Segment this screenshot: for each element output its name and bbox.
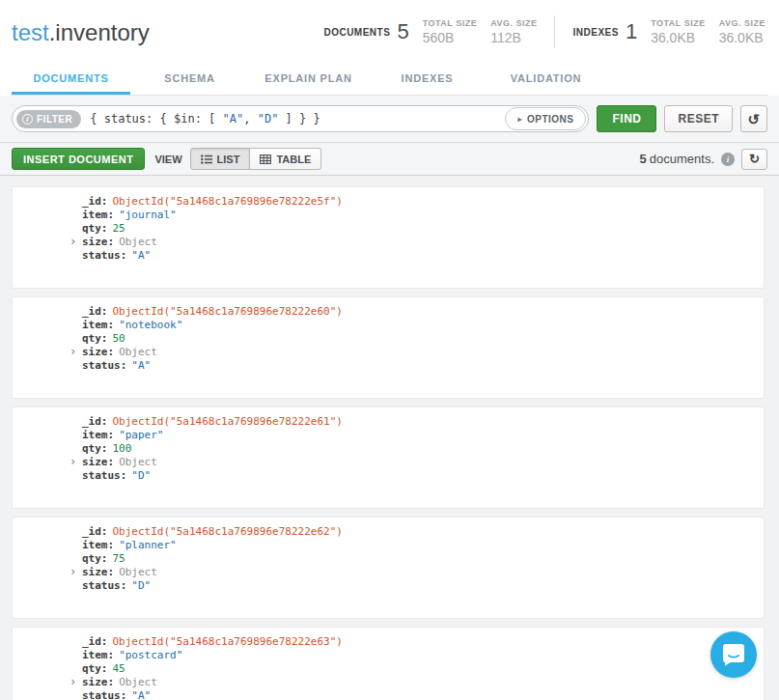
options-button[interactable]: ▸ OPTIONS	[505, 107, 586, 130]
field-item: item:"journal"	[13, 209, 764, 222]
insert-document-button[interactable]: INSERT DOCUMENT	[12, 148, 145, 170]
field-status: status:"D"	[13, 469, 764, 483]
filter-pill[interactable]: i FILTER	[16, 110, 81, 128]
field-status: status:"A"	[13, 359, 764, 373]
collection-tabs: DOCUMENTS SCHEMA EXPLAIN PLAN INDEXES VA…	[12, 64, 767, 96]
doc-total-size-value: 560B	[423, 30, 478, 45]
field-size: ›size:Object	[13, 236, 764, 249]
field-item: item:"postcard"	[13, 649, 764, 662]
document-card[interactable]: _id:ObjectId("5a1468c1a769896e78222e60")…	[12, 296, 765, 399]
reset-button[interactable]: RESET	[664, 105, 733, 132]
field-status: status:"A"	[13, 249, 764, 263]
refresh-documents-button[interactable]: ↻	[741, 149, 767, 170]
document-list: _id:ObjectId("5a1468c1a769896e78222e5f")…	[0, 176, 779, 700]
view-list-button[interactable]: LIST	[190, 148, 251, 170]
tab-documents[interactable]: DOCUMENTS	[12, 64, 130, 95]
document-card[interactable]: _id:ObjectId("5a1468c1a769896e78222e5f")…	[12, 186, 765, 289]
document-card[interactable]: _id:ObjectId("5a1468c1a769896e78222e61")…	[12, 406, 765, 509]
filter-query-text[interactable]: { status: { $in: [ "A", "D" ] } }	[90, 112, 505, 126]
collection-header: test.inventory DOCUMENTS 5 TOTAL SIZE 56…	[0, 0, 779, 96]
view-table-button[interactable]: TABLE	[250, 148, 321, 170]
doc-total-size-label: TOTAL SIZE	[423, 18, 478, 28]
table-icon	[260, 154, 271, 164]
documents-stat-label: DOCUMENTS	[323, 27, 390, 38]
field-id: _id:ObjectId("5a1468c1a769896e78222e61")	[13, 415, 764, 429]
view-label: VIEW	[154, 154, 181, 165]
field-item: item:"planner"	[13, 539, 764, 552]
field-size: ›size:Object	[13, 456, 764, 469]
chat-button[interactable]	[710, 631, 757, 678]
tab-validation[interactable]: VALIDATION	[487, 64, 605, 95]
field-size: ›size:Object	[13, 346, 764, 359]
indexes-stats: INDEXES 1 TOTAL SIZE 36.0KB AVG. SIZE 36…	[572, 18, 765, 45]
expand-caret-icon[interactable]: ›	[70, 235, 76, 248]
refresh-icon: ↻	[749, 152, 760, 166]
chat-bubble-icon	[721, 642, 746, 667]
field-id: _id:ObjectId("5a1468c1a769896e78222e62")	[13, 525, 764, 539]
documents-count: 5	[397, 19, 408, 44]
tab-schema[interactable]: SCHEMA	[130, 64, 249, 95]
document-card[interactable]: _id:ObjectId("5a1468c1a769896e78222e62")…	[12, 517, 765, 619]
field-qty: qty:100	[13, 442, 764, 456]
field-id: _id:ObjectId("5a1468c1a769896e78222e60")	[13, 305, 764, 319]
documents-stats: DOCUMENTS 5 TOTAL SIZE 560B AVG. SIZE 11…	[323, 18, 537, 45]
page-title: test.inventory	[12, 14, 150, 46]
expand-caret-icon[interactable]: ›	[70, 455, 76, 468]
expand-caret-icon[interactable]: ›	[70, 345, 76, 358]
doc-avg-size-label: AVG. SIZE	[490, 18, 537, 28]
options-label: OPTIONS	[527, 114, 574, 125]
idx-total-size-label: TOTAL SIZE	[651, 18, 706, 28]
collection-stats: DOCUMENTS 5 TOTAL SIZE 560B AVG. SIZE 11…	[323, 14, 767, 48]
field-qty: qty:25	[13, 222, 764, 236]
field-qty: qty:50	[13, 332, 764, 346]
table-label: TABLE	[276, 154, 311, 165]
count-info-icon[interactable]: i	[721, 153, 735, 166]
idx-total-size-value: 36.0KB	[651, 30, 706, 45]
field-qty: qty:45	[13, 662, 764, 676]
field-id: _id:ObjectId("5a1468c1a769896e78222e63")	[13, 635, 764, 649]
document-card[interactable]: _id:ObjectId("5a1468c1a769896e78222e63")…	[12, 627, 765, 700]
document-count-text: 5documents.	[640, 152, 714, 166]
field-size: ›size:Object	[13, 676, 764, 689]
field-item: item:"notebook"	[13, 319, 764, 332]
field-status: status:"A"	[13, 689, 764, 700]
filter-input[interactable]: i FILTER { status: { $in: [ "A", "D" ] }…	[12, 105, 589, 132]
expand-caret-icon[interactable]: ›	[70, 565, 76, 578]
tab-indexes[interactable]: INDEXES	[368, 64, 487, 95]
list-icon	[201, 154, 212, 164]
options-caret-icon: ▸	[517, 115, 522, 124]
doc-avg-size-value: 112B	[490, 30, 537, 45]
idx-avg-size-value: 36.0KB	[719, 30, 765, 45]
list-label: LIST	[217, 154, 240, 165]
query-history-button[interactable]: ↺	[740, 105, 767, 132]
view-switcher: LIST TABLE	[190, 148, 322, 170]
database-name: test	[12, 19, 49, 45]
field-item: item:"paper"	[13, 429, 764, 442]
indexes-count: 1	[626, 19, 637, 44]
field-size: ›size:Object	[13, 566, 764, 579]
field-qty: qty:75	[13, 552, 764, 566]
field-id: _id:ObjectId("5a1468c1a769896e78222e5f")	[13, 195, 764, 209]
stats-divider	[554, 15, 555, 48]
field-status: status:"D"	[13, 579, 764, 593]
history-icon: ↺	[747, 111, 760, 127]
filter-info-icon: i	[22, 114, 33, 125]
documents-toolbar: INSERT DOCUMENT VIEW LIST TABLE 5documen…	[0, 143, 779, 176]
idx-avg-size-label: AVG. SIZE	[719, 18, 765, 28]
collection-name: inventory	[55, 19, 149, 45]
indexes-stat-label: INDEXES	[572, 27, 618, 38]
expand-caret-icon[interactable]: ›	[70, 675, 76, 688]
filter-pill-label: FILTER	[37, 114, 72, 125]
find-button[interactable]: FIND	[597, 105, 656, 132]
tab-explain-plan[interactable]: EXPLAIN PLAN	[249, 64, 368, 95]
query-bar: i FILTER { status: { $in: [ "A", "D" ] }…	[0, 96, 779, 143]
